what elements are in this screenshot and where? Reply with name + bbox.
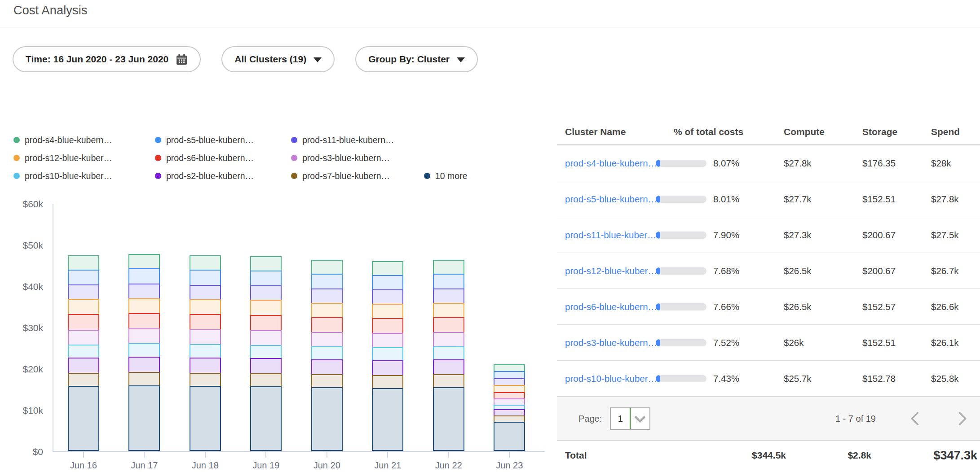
bar-segment[interactable] <box>128 298 160 314</box>
stacked-bar[interactable] <box>494 364 525 451</box>
bar-segment[interactable] <box>433 332 464 347</box>
bar-segment[interactable] <box>250 345 282 359</box>
bar-segment[interactable] <box>311 359 343 375</box>
bar-segment[interactable] <box>68 314 99 331</box>
bar-segment[interactable] <box>372 318 403 334</box>
time-range-filter[interactable]: Time: 16 Jun 2020 - 23 Jun 2020 <box>13 46 201 72</box>
cluster-link[interactable]: prod-s10-blue-kuber… <box>565 373 656 384</box>
bar-segment[interactable] <box>311 332 343 347</box>
stacked-bar[interactable] <box>433 260 464 451</box>
bar-segment[interactable] <box>433 288 464 304</box>
legend-item[interactable]: prod-s5-blue-kubern… <box>155 135 291 145</box>
bar-segment[interactable] <box>250 386 282 451</box>
legend-item[interactable]: prod-s11-blue-kubern… <box>291 135 424 145</box>
page-select[interactable]: 1 <box>610 407 650 430</box>
group-by-dropdown[interactable]: Group By: Cluster <box>355 46 478 72</box>
bar-segment[interactable] <box>68 284 99 300</box>
bar-segment[interactable] <box>372 289 403 305</box>
bar-segment[interactable] <box>190 270 221 286</box>
stacked-bar[interactable] <box>190 255 221 451</box>
legend-item[interactable]: prod-s4-blue-kubern… <box>13 135 155 145</box>
legend-item[interactable]: prod-s10-blue-kuber… <box>13 171 155 181</box>
bar-segment[interactable] <box>433 303 464 318</box>
legend-item[interactable]: prod-s7-blue-kubern… <box>291 171 424 181</box>
stacked-bar[interactable] <box>250 256 282 451</box>
bar-segment[interactable] <box>372 261 403 276</box>
bar-segment[interactable] <box>311 387 343 451</box>
legend-item[interactable]: prod-s12-blue-kuber… <box>13 153 155 163</box>
bar-segment[interactable] <box>311 346 343 360</box>
cluster-link[interactable]: prod-s11-blue-kuber… <box>565 230 656 240</box>
bar-segment[interactable] <box>68 270 99 285</box>
bar-segment[interactable] <box>311 260 343 275</box>
stacked-bar[interactable] <box>128 254 160 451</box>
cluster-link[interactable]: prod-s4-blue-kubern… <box>565 158 656 169</box>
cluster-link[interactable]: prod-s3-blue-kubern… <box>565 337 656 348</box>
bar-segment[interactable] <box>494 422 525 451</box>
bar-segment[interactable] <box>128 254 160 269</box>
bar-segment[interactable] <box>190 285 221 300</box>
cluster-link[interactable]: prod-s5-blue-kubern… <box>565 194 656 205</box>
bar-segment[interactable] <box>128 328 160 344</box>
bar-segment[interactable] <box>68 358 99 374</box>
bar-segment[interactable] <box>372 375 403 389</box>
bar-segment[interactable] <box>68 373 99 387</box>
stacked-bar[interactable] <box>372 261 403 451</box>
bar-segment[interactable] <box>190 358 221 374</box>
stacked-bar[interactable] <box>68 255 99 451</box>
bar-segment[interactable] <box>128 343 160 358</box>
clusters-filter-dropdown[interactable]: All Clusters (19) <box>221 46 335 72</box>
bar-segment[interactable] <box>128 372 160 386</box>
legend-item[interactable]: 10 more <box>424 171 468 181</box>
bar-segment[interactable] <box>372 347 403 361</box>
bar-segment[interactable] <box>128 268 160 284</box>
bar-segment[interactable] <box>250 315 282 331</box>
legend-item[interactable]: prod-s2-blue-kubern… <box>155 171 291 181</box>
bar-segment[interactable] <box>311 317 343 333</box>
bar-segment[interactable] <box>372 388 403 451</box>
bar-segment[interactable] <box>433 387 464 451</box>
previous-page-button[interactable] <box>910 411 924 425</box>
legend-item[interactable]: prod-s3-blue-kubern… <box>291 153 424 163</box>
bar-segment[interactable] <box>190 329 221 345</box>
bar-segment[interactable] <box>128 284 160 299</box>
bar-segment[interactable] <box>68 299 99 315</box>
bar-segment[interactable] <box>190 373 221 387</box>
bar-segment[interactable] <box>250 285 282 301</box>
bar-segment[interactable] <box>433 359 464 375</box>
bar-segment[interactable] <box>250 271 282 286</box>
bar-segment[interactable] <box>372 304 403 319</box>
bar-segment[interactable] <box>311 303 343 318</box>
bar-segment[interactable] <box>250 330 282 346</box>
bar-segment[interactable] <box>68 386 99 451</box>
bar-segment[interactable] <box>68 345 99 358</box>
bar-segment[interactable] <box>372 275 403 290</box>
legend-item[interactable]: prod-s6-blue-kubern… <box>155 153 291 163</box>
bar-segment[interactable] <box>128 385 160 451</box>
bar-segment[interactable] <box>433 317 464 333</box>
bar-segment[interactable] <box>190 386 221 451</box>
bar-segment[interactable] <box>433 374 464 388</box>
bar-segment[interactable] <box>68 255 99 271</box>
bar-segment[interactable] <box>372 360 403 376</box>
bar-segment[interactable] <box>433 260 464 275</box>
bar-segment[interactable] <box>311 274 343 289</box>
bar-segment[interactable] <box>433 274 464 289</box>
bar-segment[interactable] <box>250 256 282 271</box>
cluster-link[interactable]: prod-s12-blue-kuber… <box>565 266 656 276</box>
bar-segment[interactable] <box>68 330 99 345</box>
bar-segment[interactable] <box>128 357 160 373</box>
bar-segment[interactable] <box>311 374 343 388</box>
bar-segment[interactable] <box>433 346 464 360</box>
next-page-button[interactable] <box>953 411 967 425</box>
bar-segment[interactable] <box>190 255 221 271</box>
bar-segment[interactable] <box>190 344 221 358</box>
bar-segment[interactable] <box>372 333 403 348</box>
stacked-bar[interactable] <box>311 260 343 451</box>
bar-segment[interactable] <box>250 358 282 374</box>
cluster-link[interactable]: prod-s6-blue-kubern… <box>565 302 656 312</box>
bar-segment[interactable] <box>250 373 282 387</box>
bar-segment[interactable] <box>190 314 221 330</box>
bar-segment[interactable] <box>128 313 160 329</box>
bar-segment[interactable] <box>311 288 343 304</box>
